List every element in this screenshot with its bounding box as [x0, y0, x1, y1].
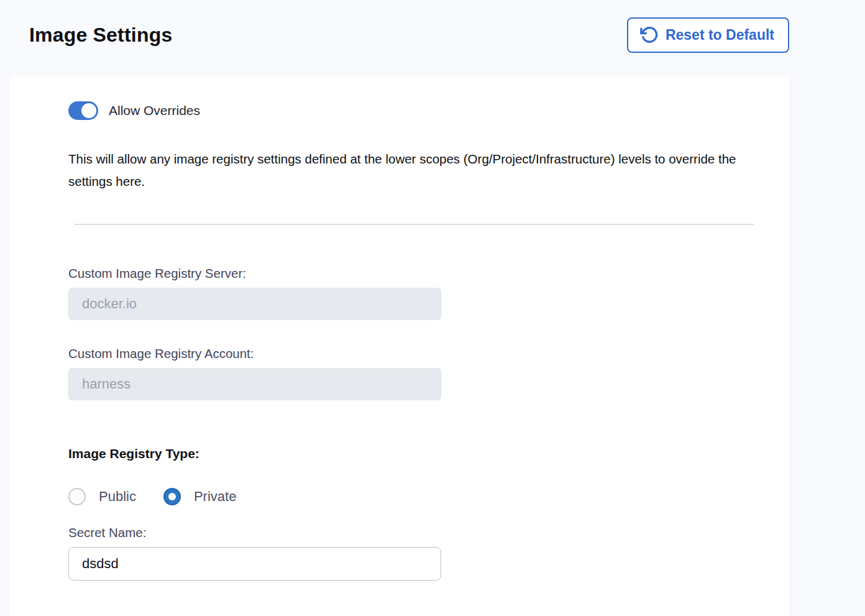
registry-account-field: Custom Image Registry Account:: [68, 346, 764, 400]
secret-name-field: Secret Name:: [68, 525, 764, 581]
radio-option-private[interactable]: Private: [163, 488, 236, 505]
allow-overrides-description: This will allow any image registry setti…: [68, 148, 763, 193]
section-divider: [75, 224, 754, 225]
page-title: Image Settings: [29, 24, 172, 47]
registry-account-input[interactable]: [68, 368, 441, 400]
reset-to-default-button[interactable]: Reset to Default: [627, 17, 789, 53]
allow-overrides-toggle[interactable]: [68, 101, 98, 120]
rotate-ccw-icon: [640, 25, 659, 44]
radio-public-label: Public: [99, 489, 136, 505]
registry-account-label: Custom Image Registry Account:: [68, 346, 764, 361]
secret-name-input[interactable]: [68, 547, 441, 581]
image-settings-card: Allow Overrides This will allow any imag…: [9, 76, 789, 616]
allow-overrides-label: Allow Overrides: [109, 103, 200, 118]
reset-button-label: Reset to Default: [666, 27, 774, 44]
radio-public-icon[interactable]: [68, 488, 86, 505]
radio-option-public[interactable]: Public: [68, 488, 136, 505]
radio-private-icon[interactable]: [163, 488, 181, 505]
page-header: Image Settings Reset to Default: [29, 17, 789, 53]
secret-name-label: Secret Name:: [68, 525, 764, 540]
radio-private-label: Private: [194, 489, 236, 505]
registry-server-field: Custom Image Registry Server:: [68, 266, 764, 320]
registry-server-label: Custom Image Registry Server:: [68, 266, 764, 281]
allow-overrides-row: Allow Overrides: [68, 101, 764, 120]
registry-type-label: Image Registry Type:: [68, 446, 764, 461]
registry-type-radio-group: Public Private: [68, 488, 764, 505]
toggle-knob: [81, 103, 96, 118]
registry-server-input[interactable]: [68, 288, 441, 320]
